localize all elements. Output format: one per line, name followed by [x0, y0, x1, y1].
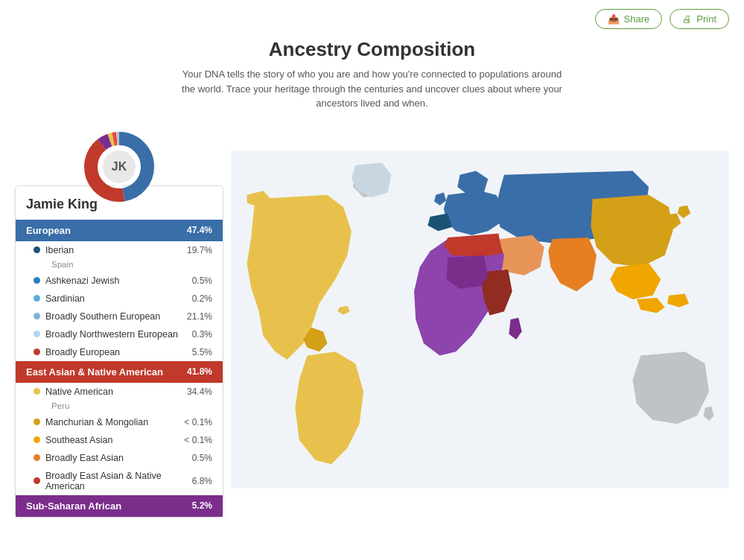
broadly-east-asian-label: Broadly East Asian [45, 453, 124, 463]
sardinian-label: Sardinian [45, 293, 85, 304]
ashkenazi-label: Ashkenazi Jewish [45, 276, 119, 286]
southeast-asian-pct: < 0.1% [184, 435, 212, 445]
sub-row-southeast-asian: Southeast Asian < 0.1% [16, 431, 223, 449]
manchurian-pct: < 0.1% [184, 417, 212, 427]
sub-row-iberian: Iberian 19.7% [16, 241, 223, 259]
ancestry-list: European 47.4% Iberian 19.7% Spain Ashke… [16, 220, 223, 517]
broadly-east-asian-native-label-group: Broadly East Asian & Native American [34, 471, 192, 491]
share-label: Share [624, 13, 650, 25]
european-pct: 47.4% [187, 225, 212, 235]
broadly-southern-dot [34, 313, 40, 319]
native-american-label-group: Native American [34, 386, 113, 397]
sub-row-manchurian: Manchurian & Mongolian < 0.1% [16, 413, 223, 431]
broadly-nw-label: Broadly Northwestern European [45, 329, 178, 340]
broadly-southern-pct: 21.1% [187, 311, 212, 322]
sub-row-sardinian: Sardinian 0.2% [16, 290, 223, 308]
sub-row-broadly-east-asian-native: Broadly East Asian & Native American 6.8… [16, 467, 223, 495]
sub-row-broadly-european: Broadly European 5.5% [16, 343, 223, 361]
broadly-east-asian-native-label: Broadly East Asian & Native American [45, 471, 192, 491]
east-asian-pct: 41.8% [187, 366, 212, 377]
broadly-east-asian-native-dot [34, 477, 40, 484]
sub-row-broadly-southern: Broadly Southern European 21.1% [16, 308, 223, 325]
donut-chart: JK [78, 126, 160, 208]
broadly-european-label-group: Broadly European [34, 347, 120, 357]
broadly-southern-label-group: Broadly Southern European [34, 311, 160, 322]
european-label: European [26, 225, 71, 236]
ashkenazi-dot [34, 277, 40, 284]
print-icon: 🖨 [682, 13, 692, 25]
sardinian-dot [34, 295, 40, 302]
iberian-dot [34, 246, 40, 253]
broadly-nw-label-group: Broadly Northwestern European [34, 329, 178, 340]
top-bar: 📤 Share 🖨 Print [0, 0, 744, 38]
broadly-european-dot [34, 349, 40, 355]
iberian-label-group: Iberian [34, 245, 74, 255]
iberian-sub: Spain [16, 259, 223, 272]
manchurian-dot [34, 419, 40, 425]
broadly-european-label: Broadly European [45, 347, 120, 357]
sub-saharan-label: Sub-Saharan African [26, 500, 121, 512]
ashkenazi-pct: 0.5% [192, 276, 212, 286]
manchurian-label: Manchurian & Mongolian [45, 417, 148, 427]
broadly-east-asian-dot [34, 454, 40, 461]
print-label: Print [696, 13, 716, 25]
east-asian-label: East Asian & Native American [26, 366, 163, 378]
native-american-pct: 34.4% [187, 386, 212, 397]
category-row-east-asian[interactable]: East Asian & Native American 41.8% [16, 361, 223, 383]
broadly-southern-label: Broadly Southern European [45, 311, 160, 322]
sub-saharan-pct: 5.2% [192, 500, 212, 511]
native-american-dot [34, 388, 40, 395]
broadly-nw-dot [34, 331, 40, 337]
page-subtitle: Your DNA tells the story of who you are … [179, 67, 566, 111]
main-content: JK Jamie King European 47.4% Iberian 19.… [0, 126, 744, 532]
left-panel: JK Jamie King European 47.4% Iberian 19.… [15, 126, 223, 518]
broadly-nw-pct: 0.3% [192, 329, 212, 340]
southeast-asian-dot [34, 436, 40, 443]
donut-wrapper: JK [15, 126, 223, 208]
manchurian-label-group: Manchurian & Mongolian [34, 417, 148, 427]
page-title: Ancestry Composition [0, 38, 744, 61]
sardinian-pct: 0.2% [192, 293, 212, 304]
map-area [231, 126, 729, 518]
sub-row-broadly-east-asian: Broadly East Asian 0.5% [16, 449, 223, 467]
ancestry-card: Jamie King European 47.4% Iberian 19.7% … [15, 185, 223, 518]
iberian-pct: 19.7% [187, 245, 212, 255]
print-button[interactable]: 🖨 Print [670, 9, 729, 29]
southeast-asian-label-group: Southeast Asian [34, 435, 112, 445]
ashkenazi-label-group: Ashkenazi Jewish [34, 276, 119, 286]
broadly-european-pct: 5.5% [192, 347, 212, 357]
sub-row-broadly-nw: Broadly Northwestern European 0.3% [16, 325, 223, 343]
native-american-label: Native American [45, 386, 113, 397]
person-initials: JK [103, 150, 136, 183]
sub-row-native-american: Native American 34.4% [16, 383, 223, 401]
native-american-sub: Peru [16, 401, 223, 413]
sub-row-ashkenazi: Ashkenazi Jewish 0.5% [16, 272, 223, 290]
broadly-east-asian-native-pct: 6.8% [192, 476, 212, 486]
broadly-east-asian-label-group: Broadly East Asian [34, 453, 124, 463]
category-row-european[interactable]: European 47.4% [16, 220, 223, 241]
category-row-sub-saharan[interactable]: Sub-Saharan African 5.2% [16, 495, 223, 517]
share-button[interactable]: 📤 Share [595, 9, 663, 29]
world-map-svg [231, 126, 729, 513]
share-icon: 📤 [608, 13, 620, 25]
iberian-label: Iberian [45, 245, 74, 255]
broadly-east-asian-pct: 0.5% [192, 453, 212, 463]
sardinian-label-group: Sardinian [34, 293, 85, 304]
southeast-asian-label: Southeast Asian [45, 435, 112, 445]
